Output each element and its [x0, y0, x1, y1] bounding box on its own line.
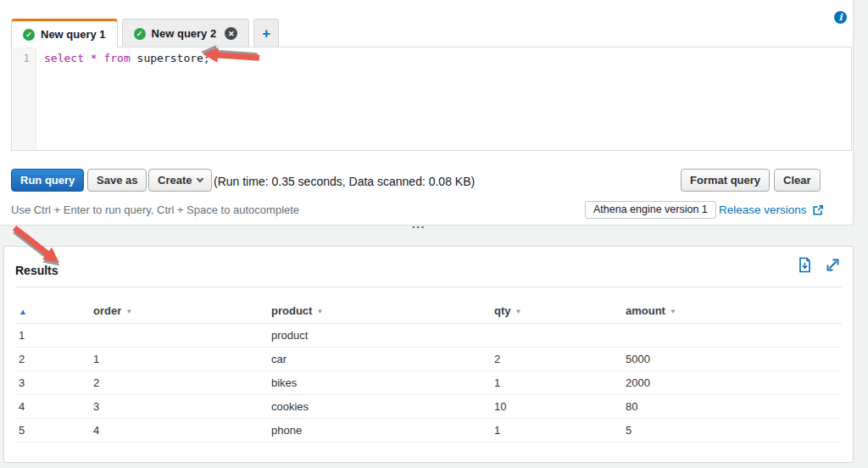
button-label: Save as — [97, 174, 137, 187]
editor-gutter: 1 — [12, 47, 36, 150]
cell-product: bikes — [268, 370, 491, 394]
expand-results-icon[interactable] — [825, 257, 841, 273]
cell-amount: 80 — [622, 394, 842, 418]
table-row: 32bikes12000 — [15, 370, 842, 394]
engine-version-badge: Athena engine version 1 — [585, 201, 716, 219]
header-order[interactable]: order▼ — [90, 299, 268, 323]
cell-order — [90, 323, 268, 347]
clear-button[interactable]: Clear — [774, 169, 821, 192]
sql-code-line: select * from superstore; — [44, 52, 210, 64]
header-row-number[interactable]: ▲ — [15, 299, 90, 323]
line-number: 1 — [23, 52, 30, 64]
table-row: 1product — [15, 323, 842, 347]
panel-resize-handle[interactable]: ··· — [412, 220, 426, 233]
link-label: Release versions — [719, 203, 807, 216]
cell-amount: 2000 — [622, 370, 842, 394]
info-icon[interactable]: i — [834, 11, 847, 24]
cell-amount — [622, 323, 842, 347]
row-number: 2 — [15, 347, 90, 370]
button-label: Clear — [783, 174, 811, 187]
query-tab-bar: ✓ New query 1 ✓ New query 2 ✕ + — [11, 19, 279, 47]
results-panel: Results ▲ order▼ product▼ qty▼ — [3, 246, 854, 463]
table-row: 43cookies1080 — [15, 394, 842, 418]
results-actions — [797, 257, 841, 273]
cell-order: 1 — [90, 347, 268, 370]
create-dropdown-button[interactable]: Create — [148, 169, 212, 192]
row-number: 3 — [15, 370, 90, 394]
table-row: 54phone15 — [15, 418, 842, 442]
cell-qty: 1 — [491, 418, 622, 442]
column-caret-icon: ▼ — [670, 308, 676, 315]
cell-qty: 1 — [491, 370, 622, 394]
sql-identifier: superstore; — [137, 52, 210, 64]
column-label: amount — [626, 304, 665, 317]
row-number: 5 — [15, 418, 90, 442]
shortcut-hint-text: Use Ctrl + Enter to run query, Ctrl + Sp… — [11, 203, 299, 216]
column-label: product — [271, 304, 312, 317]
results-table-wrap: ▲ order▼ product▼ qty▼ amount▼ 1product2… — [15, 299, 842, 443]
close-tab-icon[interactable]: ✕ — [225, 27, 237, 40]
column-caret-icon: ▼ — [515, 308, 522, 315]
tab-label: New query 1 — [41, 28, 106, 41]
format-query-button[interactable]: Format query — [681, 169, 770, 192]
column-caret-icon: ▼ — [125, 308, 132, 315]
external-link-icon — [812, 204, 824, 216]
column-caret-icon: ▼ — [316, 308, 323, 315]
results-title: Results — [15, 264, 58, 277]
sql-keyword: select — [44, 52, 84, 64]
results-divider — [15, 287, 842, 287]
button-label: Format query — [690, 174, 760, 187]
row-number: 1 — [15, 323, 90, 347]
tab-new-query-1[interactable]: ✓ New query 1 — [11, 19, 118, 47]
row-number: 4 — [15, 394, 90, 418]
sort-ascending-icon: ▲ — [19, 307, 27, 316]
check-circle-icon: ✓ — [23, 29, 35, 41]
sql-keyword: from — [103, 52, 130, 64]
cell-product: product — [268, 323, 491, 347]
cell-qty: 10 — [491, 394, 622, 418]
run-stats-text: (Run time: 0.35 seconds, Data scanned: 0… — [214, 175, 475, 188]
table-header-row: ▲ order▼ product▼ qty▼ amount▼ — [15, 299, 842, 323]
cell-amount: 5 — [622, 418, 842, 442]
column-label: qty — [494, 304, 511, 317]
cell-order: 2 — [90, 370, 268, 394]
cell-qty: 2 — [491, 347, 622, 370]
header-product[interactable]: product▼ — [268, 299, 491, 323]
cell-order: 4 — [90, 418, 268, 442]
cell-product: phone — [268, 418, 491, 442]
tab-new-query-2[interactable]: ✓ New query 2 ✕ — [122, 19, 250, 47]
save-as-button[interactable]: Save as — [87, 169, 147, 192]
cell-order: 3 — [90, 394, 268, 418]
cell-product: car — [268, 347, 491, 370]
results-table-body: 1product21car2500032bikes1200043cookies1… — [15, 323, 842, 442]
sql-editor[interactable]: 1 select * from superstore; — [11, 47, 852, 151]
column-label: order — [93, 304, 121, 317]
button-label: Create — [158, 174, 192, 187]
tab-label: New query 2 — [152, 27, 217, 40]
chevron-down-icon — [197, 175, 203, 181]
button-label: Run query — [20, 174, 75, 187]
cell-qty — [491, 323, 622, 347]
check-circle-icon: ✓ — [134, 28, 146, 40]
download-results-icon[interactable] — [797, 257, 813, 273]
header-amount[interactable]: amount▼ — [622, 299, 842, 323]
cell-amount: 5000 — [622, 347, 842, 370]
sql-star: * — [91, 52, 97, 64]
add-tab-button[interactable]: + — [253, 19, 279, 47]
results-table: ▲ order▼ product▼ qty▼ amount▼ 1product2… — [15, 299, 842, 443]
cell-product: cookies — [268, 394, 491, 418]
query-editor-panel: i ✓ New query 1 ✓ New query 2 ✕ + 1 sele… — [0, 0, 854, 226]
release-versions-link[interactable]: Release versions — [719, 203, 824, 216]
table-row: 21car25000 — [15, 347, 842, 370]
run-query-button[interactable]: Run query — [11, 169, 84, 192]
plus-icon: + — [262, 25, 270, 42]
header-qty[interactable]: qty▼ — [491, 299, 622, 323]
